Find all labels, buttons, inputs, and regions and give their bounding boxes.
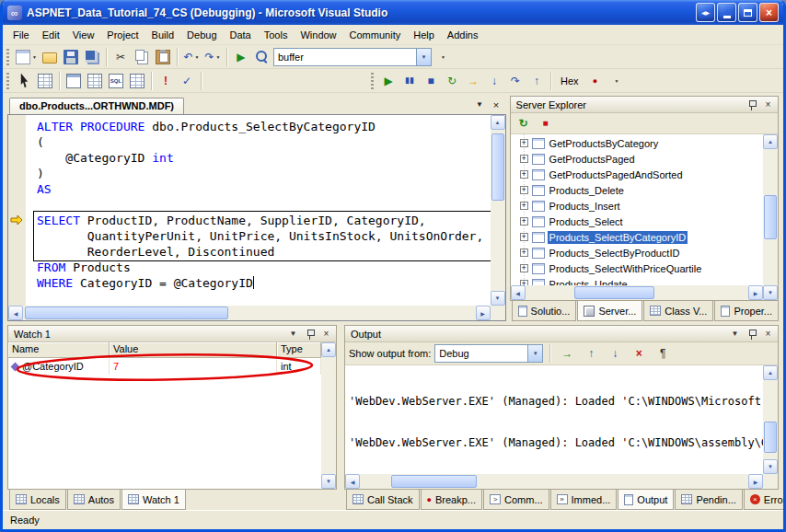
show-criteria-pane-button[interactable] [85,71,105,91]
tree-expand-icon[interactable]: + [520,139,528,147]
output-horizontal-scrollbar[interactable]: ◀ ▶ [345,474,778,489]
scroll-up-button[interactable]: ▲ [491,115,505,130]
scroll-left-button[interactable]: ◀ [511,285,526,300]
stop-refresh-button[interactable]: ■ [536,113,556,133]
scroll-down-button[interactable]: ▼ [763,285,778,300]
window-nav-button[interactable]: ◀▶ [696,3,715,22]
toolbar-options-button[interactable]: ▼ [433,47,453,67]
output-log[interactable]: 'WebDev.WebServer.EXE' (Managed): Loaded… [345,365,763,474]
restart-button[interactable]: ↻ [442,71,462,91]
menu-window[interactable]: Window [294,27,342,43]
menu-view[interactable]: View [66,27,101,43]
break-all-button[interactable]: ▮▮ [399,71,420,91]
tree-item[interactable]: +GetProductsPaged [511,151,763,167]
tree-horizontal-scrollbar[interactable]: ◀ ▶ [511,285,763,300]
scroll-track[interactable] [763,149,778,285]
combo-dropdown-button[interactable]: ▼ [416,49,431,65]
refresh-button[interactable]: ↻ [514,113,534,133]
scroll-track[interactable] [526,285,748,300]
toolbar-grip[interactable] [371,73,374,89]
editor-horizontal-scrollbar[interactable]: ◀ ▶ [8,306,505,320]
toolbar-grip[interactable] [6,73,9,89]
tree-item[interactable]: +GetProductsPagedAndSorted [511,167,763,182]
show-diagram-pane-button[interactable] [64,71,84,91]
tree-expand-icon[interactable]: + [520,264,528,272]
save-all-button[interactable] [82,47,102,67]
tree-expand-icon[interactable]: + [520,170,528,179]
scroll-track[interactable] [23,306,476,320]
document-tab[interactable]: dbo.Products...ORTHWND.MDF) [9,98,184,114]
scroll-right-button[interactable]: ▶ [748,285,763,300]
tree-expand-icon[interactable]: + [520,233,528,241]
add-new-item-button[interactable]: ▼ [14,47,39,67]
menu-file[interactable]: File [6,27,36,43]
breakpoints-window-button[interactable]: ● [585,71,606,91]
close-panel-button[interactable]: × [761,98,775,111]
close-panel-button[interactable]: × [761,328,775,341]
show-sql-pane-button[interactable]: SQL [106,71,126,91]
tree-item[interactable]: +Products_Insert [511,198,763,214]
tree-item[interactable]: +Products_SelectByProductID [511,245,763,260]
tree-item[interactable]: +Products_Delete [511,182,763,198]
continue-button[interactable]: ▶ [378,71,399,91]
scroll-track[interactable] [360,474,748,489]
scroll-left-button[interactable]: ◀ [345,474,360,489]
pin-button[interactable] [745,328,758,341]
watch-row[interactable]: @CategoryID 7 int [8,358,321,375]
tree-expand-icon[interactable]: + [520,155,528,163]
pin-button[interactable] [303,328,317,341]
scroll-track[interactable] [763,380,778,459]
editor-vertical-scrollbar[interactable]: ▲ ▼ [491,115,505,306]
scroll-thumb[interactable] [574,286,654,299]
scroll-thumb[interactable] [25,306,228,319]
tree-expand-icon[interactable]: + [520,249,528,257]
tree-expand-icon[interactable]: + [520,186,528,194]
undo-button[interactable]: ↶▼ [181,47,202,67]
tab-output[interactable]: Output [618,490,674,510]
scroll-left-button[interactable]: ◀ [8,306,23,320]
menu-build[interactable]: Build [145,27,180,43]
tree-item[interactable]: +Products_SelectWithPriceQuartile [511,260,763,276]
tree-expand-icon[interactable]: + [520,202,528,210]
redo-button[interactable]: ↷▼ [202,47,223,67]
hex-button[interactable]: Hex [555,74,584,88]
pointer-button[interactable] [14,71,34,91]
tree-item[interactable]: +GetProductsByCategory [511,135,763,151]
previous-message-button[interactable]: ↑ [581,343,601,364]
execute-sql-button[interactable]: ! [156,71,176,91]
step-over-button[interactable]: ↷ [505,71,526,91]
menu-project[interactable]: Project [100,27,144,43]
scroll-thumb[interactable] [764,195,777,238]
start-debug-button[interactable]: ▶ [231,47,251,67]
pin-button[interactable] [745,98,758,111]
next-message-button[interactable]: ↓ [605,343,625,364]
toolbar-options-button[interactable]: ▼ [607,71,627,91]
scroll-thumb[interactable] [391,475,477,488]
copy-button[interactable] [132,47,152,67]
tab-server-explorer[interactable]: Server... [577,301,642,321]
verify-sql-button[interactable]: ✓ [177,71,197,91]
scroll-up-button[interactable]: ▲ [763,134,778,149]
search-combobox[interactable]: buffer ▼ [273,48,432,66]
tab-solution-explorer[interactable]: Solutio... [512,301,577,321]
breakpoint-margin[interactable] [8,115,26,306]
scroll-track[interactable] [321,357,336,474]
tab-error-list[interactable]: ×Error List [744,490,786,510]
close-panel-button[interactable]: × [319,328,333,341]
step-out-button[interactable]: ↑ [526,71,547,91]
menu-addins[interactable]: Addins [441,27,485,43]
output-vertical-scrollbar[interactable]: ▲ ▼ [763,365,778,474]
window-menu-button[interactable]: ▼ [728,328,742,341]
code-editor[interactable]: ALTER PROCEDURE dbo.Products_SelectByCat… [26,115,491,306]
clear-all-button[interactable]: × [629,343,649,364]
step-into-button[interactable]: ↓ [484,71,504,91]
tree-vertical-scrollbar[interactable]: ▲ ▼ [763,134,778,300]
tab-command-window[interactable]: >Comm... [483,490,549,510]
tab-locals[interactable]: Locals [9,490,66,510]
scroll-track[interactable] [491,130,505,291]
menu-debug[interactable]: Debug [180,27,223,43]
toolbar-grip[interactable] [6,49,9,65]
scroll-right-button[interactable]: ▶ [476,306,491,320]
minimize-button[interactable] [717,3,736,22]
output-source-combobox[interactable]: Debug ▼ [434,344,543,363]
